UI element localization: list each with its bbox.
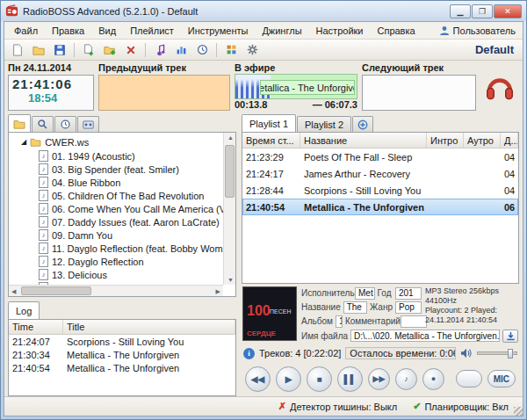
record-button[interactable]: ● <box>422 368 444 390</box>
onair-box[interactable]: Metallica - The Unforgiven <box>235 74 357 99</box>
tab-folders[interactable] <box>8 114 31 132</box>
comment-field[interactable] <box>401 315 427 328</box>
add-track-button[interactable] <box>79 41 98 59</box>
menu-view[interactable]: Вид <box>92 24 122 38</box>
volume-thumb[interactable] <box>508 349 513 358</box>
minimize-button[interactable]: ▁ <box>450 4 471 18</box>
previous-button[interactable]: ◀◀ <box>245 366 271 392</box>
tree-item[interactable]: ♪03. Big Spender (feat. Smiler) <box>11 163 221 176</box>
cell-start-time: 21:28:44 <box>242 185 300 196</box>
menu-settings[interactable]: Настройки <box>310 24 370 38</box>
tab-playlist-2[interactable]: Playlist 2 <box>297 116 351 132</box>
mic-button[interactable]: MIC <box>487 370 516 387</box>
title-field[interactable]: The <box>343 301 367 314</box>
log-row[interactable]: 21:24:07Scorpions - Still Loving You <box>9 335 235 348</box>
tree-item[interactable]: ♪12. Dayglo Reflection <box>11 255 221 268</box>
tree-item[interactable]: ♪05. Children Of The Bad Revolution <box>11 189 221 202</box>
menu-file[interactable]: Файл <box>8 24 44 38</box>
info-icon[interactable]: i <box>243 348 255 359</box>
log-col-time[interactable]: Time <box>9 320 63 334</box>
tab-log[interactable]: Log <box>8 301 40 319</box>
col-outro[interactable]: Аутро <box>464 133 501 148</box>
menu-jingles[interactable]: Джинглы <box>256 24 307 38</box>
tree-item[interactable]: ♪04. Blue Ribbon <box>11 176 221 189</box>
menu-tools[interactable]: Инструменты <box>182 24 255 38</box>
tree-vertical-scrollbar[interactable]: ▲▼ <box>223 133 235 285</box>
tree-item[interactable]: ♪01. 1949 (Acoustic) <box>11 149 221 163</box>
filename-field[interactable]: D:\...\020. Metallica - The Unforgiven.m… <box>350 329 500 342</box>
tree-item[interactable]: ♪11. Dayglo Reflection (feat. Bobby Wom <box>11 242 221 255</box>
remove-track-button[interactable] <box>121 41 141 59</box>
tab-playlist-1[interactable]: Playlist 1 <box>242 114 296 132</box>
tree-item[interactable]: ♪06. Come When You Call Me America (Ve <box>11 202 221 215</box>
next-button[interactable]: ▶▶ <box>368 368 390 390</box>
playlist-row[interactable]: 21:28:44Scorpions - Still Loving You04 <box>242 182 518 199</box>
open-playlist-button[interactable] <box>29 41 48 59</box>
menu-playlist[interactable]: Плейлист <box>124 24 180 38</box>
tab-cart[interactable] <box>77 116 99 132</box>
tree-horizontal-scrollbar[interactable]: ◀▶ <box>9 285 223 296</box>
scheduler-status[interactable]: ✔ Планировщик: Вкл <box>413 401 509 412</box>
user-menu[interactable]: Пользователь <box>439 25 519 36</box>
playlist-row-selected[interactable]: 21:40:54Metallica - The Unforgiven06 <box>242 199 518 215</box>
add-playlist-tab[interactable] <box>352 116 373 132</box>
music-library-tree[interactable]: ◢ CWER.ws ♪01. 1949 (Acoustic) ♪03. Big … <box>8 132 236 297</box>
scheduler-button[interactable] <box>192 41 212 59</box>
genre-field[interactable]: Pop <box>395 301 422 314</box>
settings-button[interactable] <box>242 41 262 59</box>
silence-detector-status[interactable]: ✗ Детектор тишины: Выкл <box>278 401 397 412</box>
col-duration[interactable]: Д... <box>501 133 518 148</box>
menu-edit[interactable]: Правка <box>46 24 90 38</box>
playlist-row[interactable]: 21:23:29Poets Of The Fall - Sleep04 <box>242 148 518 165</box>
log-table[interactable]: Time Title 21:24:07Scorpions - Still Lov… <box>8 319 236 396</box>
filename-label: Имя файла <box>301 331 348 341</box>
music-library-button[interactable] <box>150 41 170 59</box>
scrollbar-thumb[interactable] <box>21 286 91 295</box>
add-folder-button[interactable] <box>100 41 119 59</box>
menu-help[interactable]: Справка <box>371 24 421 38</box>
save-tags-button[interactable] <box>502 329 518 343</box>
previous-track-box[interactable] <box>98 75 230 111</box>
reports-button[interactable] <box>171 41 191 59</box>
title-label: Название <box>301 302 341 312</box>
save-playlist-button[interactable] <box>50 41 69 59</box>
album-field[interactable]: 100 <box>336 315 343 328</box>
volume-slider[interactable] <box>477 351 517 355</box>
playlist-row[interactable]: 21:24:17James Arthur - Recovery04 <box>242 165 518 182</box>
close-button[interactable]: ✕ <box>494 4 522 18</box>
log-cell-title: Scorpions - Still Loving You <box>63 337 235 347</box>
expander-icon[interactable]: ◢ <box>21 138 26 146</box>
new-playlist-button[interactable] <box>8 41 27 59</box>
next-track-box[interactable] <box>362 75 476 111</box>
jingle-button[interactable]: ♪ <box>395 368 417 390</box>
artist-field[interactable]: Met <box>355 287 375 300</box>
tree-root[interactable]: ◢ CWER.ws <box>11 134 221 149</box>
log-row[interactable]: 21:40:54Metallica - The Unforgiven <box>9 361 235 374</box>
tree-root-label: CWER.ws <box>45 137 89 148</box>
log-col-title[interactable]: Title <box>63 320 235 334</box>
col-name[interactable]: Название <box>300 133 427 148</box>
speaker-icon[interactable] <box>460 348 473 358</box>
maximize-button[interactable]: ❐ <box>472 4 493 18</box>
log-row[interactable]: 21:30:34Metallica - The Unforgiven <box>9 348 235 361</box>
headphones-icon[interactable] <box>483 71 516 103</box>
tab-search[interactable] <box>32 116 54 132</box>
tree-item[interactable]: ♪09. Damn You <box>11 228 221 242</box>
cart-wall-button[interactable] <box>221 41 241 59</box>
tab-history[interactable] <box>54 116 76 132</box>
tree-item[interactable]: ♪07. Daddy Issues (feat. Aaron LaCrate) <box>11 215 221 228</box>
playlist-table[interactable]: Время ст... Название Интро Аутро Д... 21… <box>242 132 519 284</box>
pause-button[interactable]: ▌▌ <box>337 366 363 392</box>
scrollbar-thumb[interactable] <box>225 145 235 198</box>
col-start-time[interactable]: Время ст... <box>242 133 300 148</box>
play-button[interactable]: ▶ <box>276 366 301 392</box>
comment-label: Комментарий <box>345 316 398 326</box>
resize-grip[interactable] <box>514 407 523 416</box>
tree-item[interactable]: ♪13. Delicious <box>11 268 221 281</box>
col-intro[interactable]: Интро <box>427 133 464 148</box>
year-field[interactable]: 201 <box>395 287 422 300</box>
cart-icon <box>83 119 94 130</box>
track-file-icon: ♪ <box>39 177 48 188</box>
stop-button[interactable]: ■ <box>307 366 332 392</box>
aux-button[interactable] <box>456 370 482 387</box>
